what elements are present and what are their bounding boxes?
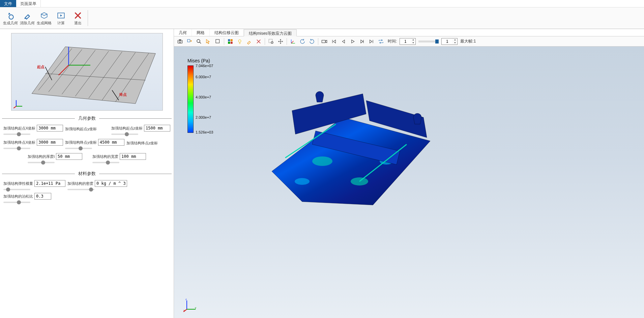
svg-rect-30 bbox=[269, 39, 272, 43]
screenshot-icon[interactable] bbox=[176, 37, 184, 46]
svg-rect-21 bbox=[179, 39, 181, 40]
param-density-slider[interactable] bbox=[67, 189, 94, 190]
param-density-input[interactable] bbox=[95, 180, 127, 187]
tab-displacement[interactable]: 结构位移云图 bbox=[210, 29, 244, 36]
param-poisson-slider[interactable] bbox=[3, 202, 30, 203]
zoom-icon[interactable] bbox=[195, 37, 203, 46]
param-density-label: 加强结构的密度 bbox=[67, 181, 93, 186]
loop-icon[interactable] bbox=[377, 37, 385, 46]
menu-file[interactable]: 文件 bbox=[0, 0, 16, 7]
next-frame-icon[interactable] bbox=[358, 37, 366, 46]
param-poisson-input[interactable] bbox=[34, 193, 51, 200]
time-slider[interactable] bbox=[418, 40, 439, 42]
max-frame-label: 最大帧:1 bbox=[460, 38, 476, 44]
camera-icon[interactable] bbox=[320, 37, 328, 46]
view-tabs: 几何 网格 结构位移云图 结构mises等效应力云图 bbox=[174, 29, 644, 36]
svg-point-29 bbox=[238, 39, 241, 42]
zoom-region-icon[interactable] bbox=[267, 37, 275, 46]
parameter-panel: 起点 终点 几何参数 加强结构起点X坐标 加强结构起点y坐标 加强结构起点z坐标… bbox=[0, 29, 174, 318]
menu-page[interactable]: 页面菜单 bbox=[16, 0, 41, 7]
toolbar-sep bbox=[287, 38, 287, 45]
frame-spin[interactable]: ▲▼ bbox=[441, 38, 458, 45]
clear-geometry-button[interactable]: 清除几何 bbox=[20, 9, 35, 28]
param-modulus-label: 加强结构弹性模量 bbox=[3, 181, 33, 186]
viewport-panel: 几何 网格 结构位移云图 结构mises等效应力云图 bbox=[174, 29, 644, 318]
triad-icon: z y x bbox=[183, 298, 197, 312]
fea-model bbox=[248, 80, 437, 215]
legend-bar bbox=[187, 65, 194, 133]
pan-icon[interactable] bbox=[276, 37, 285, 46]
tab-geom[interactable]: 几何 bbox=[174, 29, 192, 36]
param-end-y-slider[interactable] bbox=[65, 148, 92, 149]
export-icon[interactable] bbox=[185, 37, 194, 46]
toolbar-sep bbox=[265, 38, 265, 45]
svg-point-40 bbox=[295, 178, 310, 185]
select-icon[interactable] bbox=[204, 37, 212, 46]
light-icon[interactable] bbox=[236, 37, 244, 46]
time-spin[interactable]: ▲▼ bbox=[400, 38, 416, 45]
section-material-params: 材料参数 bbox=[2, 171, 172, 177]
tab-mesh[interactable]: 网格 bbox=[192, 29, 210, 36]
param-width-input[interactable] bbox=[120, 153, 146, 160]
svg-rect-35 bbox=[322, 40, 326, 43]
generate-mesh-button[interactable]: 生成网格 bbox=[36, 9, 52, 28]
frame-input[interactable] bbox=[442, 38, 452, 45]
param-end-y-label: 加强结构终点y坐标 bbox=[65, 140, 97, 145]
svg-line-18 bbox=[13, 106, 16, 108]
param-start-z-slider[interactable] bbox=[111, 134, 138, 135]
param-end-x-input[interactable] bbox=[37, 139, 63, 146]
param-thickness-input[interactable] bbox=[56, 153, 82, 160]
svg-rect-24 bbox=[216, 39, 219, 43]
delete-icon[interactable] bbox=[255, 37, 263, 46]
section-geom-params: 几何参数 bbox=[2, 115, 172, 121]
svg-line-34 bbox=[291, 41, 294, 43]
toolbar-sep bbox=[318, 38, 318, 45]
param-end-z-label: 加强结构终点z坐标 bbox=[126, 141, 158, 146]
prev-frame-icon[interactable] bbox=[339, 37, 347, 46]
param-width-label: 加强结构的宽度 bbox=[92, 154, 118, 159]
3d-viewport[interactable]: Mises (Pa) 7.046e+07 6.000e+7 4.000e+7 2… bbox=[174, 47, 644, 318]
axes-icon[interactable] bbox=[289, 37, 297, 46]
param-start-x-slider[interactable] bbox=[3, 134, 30, 135]
svg-point-37 bbox=[312, 156, 332, 166]
tab-mises[interactable]: 结构mises等效应力云图 bbox=[244, 29, 297, 36]
rotate-cw-icon[interactable] bbox=[308, 37, 316, 46]
box-icon[interactable] bbox=[214, 37, 222, 46]
param-thickness-slider[interactable] bbox=[28, 162, 55, 163]
play-icon[interactable] bbox=[349, 37, 357, 46]
color-icon[interactable] bbox=[226, 37, 234, 46]
svg-point-0 bbox=[9, 15, 13, 19]
last-frame-icon[interactable] bbox=[368, 37, 376, 46]
param-modulus-slider[interactable] bbox=[3, 189, 30, 190]
end-point-label: 终点 bbox=[119, 92, 127, 97]
rotate-ccw-icon[interactable] bbox=[298, 37, 306, 46]
exit-button[interactable]: 退出 bbox=[70, 9, 86, 28]
time-input[interactable] bbox=[400, 38, 411, 45]
param-poisson-label: 加强结构的泊松比 bbox=[3, 194, 33, 199]
ribbon: 生成几何 清除几何 生成网格 计算 退出 bbox=[0, 7, 644, 29]
svg-point-20 bbox=[179, 40, 181, 42]
svg-text:z: z bbox=[185, 298, 187, 301]
geometry-preview[interactable]: 起点 终点 bbox=[11, 33, 163, 111]
param-start-z-label: 加强结构起点z坐标 bbox=[111, 126, 143, 131]
param-modulus-input[interactable] bbox=[34, 180, 65, 187]
menu-bar: 文件 页面菜单 bbox=[0, 0, 644, 7]
param-start-z-input[interactable] bbox=[144, 125, 170, 132]
brush-icon[interactable] bbox=[245, 37, 253, 46]
param-thickness-label: 加强结构的厚度t bbox=[28, 154, 55, 159]
svg-line-23 bbox=[200, 42, 201, 44]
param-end-x-label: 加强结构终点X坐标 bbox=[3, 140, 35, 145]
compute-button[interactable]: 计算 bbox=[53, 9, 69, 28]
param-start-x-input[interactable] bbox=[37, 125, 63, 132]
start-point-label: 起点 bbox=[37, 64, 45, 69]
generate-geometry-button[interactable]: 生成几何 bbox=[3, 9, 18, 28]
param-start-y-label: 加强结构起点y坐标 bbox=[65, 126, 97, 132]
svg-text:x: x bbox=[183, 309, 185, 312]
param-width-slider[interactable] bbox=[92, 162, 119, 163]
param-end-y-input[interactable] bbox=[98, 139, 124, 146]
first-frame-icon[interactable] bbox=[330, 37, 338, 46]
view-toolbar: 时间: ▲▼ ▲▼ 最大帧:1 bbox=[174, 36, 644, 47]
param-start-x-label: 加强结构起点X坐标 bbox=[3, 126, 35, 131]
time-label: 时间: bbox=[388, 38, 397, 44]
param-end-x-slider[interactable] bbox=[3, 148, 30, 149]
